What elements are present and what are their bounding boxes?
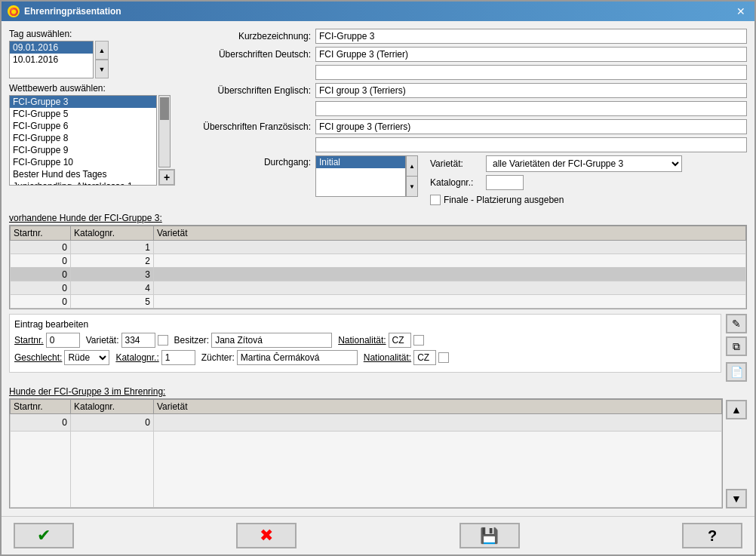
ueberschriften-franzoesisch-label: Überschriften Französisch:	[190, 121, 311, 132]
wettbewerb-item-4[interactable]: FCI-Gruppe 9	[10, 144, 156, 156]
help-icon: ?	[708, 527, 717, 545]
ueberschriften-deutsch-input2[interactable]	[315, 65, 747, 80]
date-listbox[interactable]: 09.01.2016 10.01.2016	[9, 41, 94, 78]
row2-katalognr[interactable]: 2	[71, 254, 154, 268]
wettbewerb-scrollbar[interactable]	[158, 95, 171, 167]
wettbewerb-wrapper: FCI-Gruppe 3 FCI-Gruppe 5 FCI-Gruppe 6 F…	[9, 95, 183, 186]
row5-katalognr[interactable]: 5	[71, 295, 154, 309]
wettbewerb-item-6[interactable]: Bester Hund des Tages	[10, 168, 156, 180]
ueberschriften-franzoesisch-input[interactable]	[315, 119, 747, 134]
date-item-2[interactable]: 10.01.2016	[10, 54, 93, 66]
kurzbezeichnung-label: Kurzbezeichnung:	[190, 31, 311, 41]
ueberschriften-franzoesisch-input2[interactable]	[315, 137, 747, 152]
cancel-button[interactable]: ✖	[236, 523, 297, 548]
ehrenring-row1-varietat[interactable]	[154, 414, 722, 432]
date-scroll-down[interactable]: ▼	[95, 60, 109, 78]
eintrag-wrapper: Eintrag bearbeiten Startnr. Varietät: Be…	[9, 314, 747, 382]
wettbewerb-listbox[interactable]: FCI-Gruppe 3 FCI-Gruppe 5 FCI-Gruppe 6 F…	[9, 95, 157, 186]
row4-startnr[interactable]: 0	[11, 281, 71, 295]
row2-varietat[interactable]	[154, 254, 746, 268]
edit-button[interactable]: ✎	[726, 314, 747, 333]
row5-varietat[interactable]	[154, 295, 746, 309]
ehrenring-col-startnr: Startnr.	[11, 400, 71, 414]
date-item-1[interactable]: 09.01.2016	[10, 41, 93, 54]
startnr-input[interactable]	[46, 333, 80, 348]
wettbewerb-add-button[interactable]: +	[158, 169, 175, 186]
varietat-eintrag-input[interactable]	[121, 333, 155, 348]
col-katalognr: Katalognr.	[71, 226, 154, 241]
eintrag-section: Eintrag bearbeiten Startnr. Varietät: Be…	[9, 314, 721, 373]
close-button[interactable]: ✕	[733, 5, 748, 17]
ok-icon: ✔	[37, 526, 51, 545]
katalog-input[interactable]	[486, 175, 524, 190]
kurzbezeichnung-input[interactable]	[315, 29, 747, 44]
katalognr-eintrag-input[interactable]	[161, 350, 195, 365]
wettbewerb-item-2[interactable]: FCI-Gruppe 6	[10, 120, 156, 132]
nationalitat1-checkbox[interactable]	[413, 335, 424, 346]
ehrenring-row1-katalognr[interactable]: 0	[71, 414, 154, 432]
row4-varietat[interactable]	[154, 281, 746, 295]
ueberschriften-deutsch-input[interactable]	[315, 47, 747, 62]
nationalitat2-input[interactable]	[413, 350, 436, 365]
varietat-select[interactable]: alle Varietäten der FCI-Gruppe 3	[486, 155, 682, 172]
wettbewerb-item-0[interactable]: FCI-Gruppe 3	[10, 96, 156, 108]
left-panel: Tag auswählen: 09.01.2016 10.01.2016 ▲ ▼…	[9, 29, 183, 208]
row1-varietat[interactable]	[154, 241, 746, 254]
durchgang-scroll-up[interactable]: ▲	[407, 156, 417, 177]
row3-varietat[interactable]	[154, 268, 746, 281]
ehrenring-row1-startnr[interactable]: 0	[11, 414, 71, 432]
eintrag-row1: Startnr. Varietät: Besitzer: Nationalitä…	[14, 333, 716, 348]
nationalitat1-label: Nationalität:	[338, 335, 386, 346]
durchgang-scroll-down[interactable]: ▼	[407, 177, 417, 196]
vorhandene-table-container: Startnr. Katalognr. Varietät 0 1 0	[9, 225, 747, 309]
ueberschriften-englisch-input[interactable]	[315, 83, 747, 98]
row5-startnr[interactable]: 0	[11, 295, 71, 309]
durchgang-listbox[interactable]: Initial	[315, 155, 406, 197]
nationalitat1-input[interactable]	[389, 333, 411, 348]
ehrenring-title: Hunde der FCI-Gruppe 3 im Ehrenring:	[9, 386, 747, 397]
besitzer-input[interactable]	[211, 333, 332, 348]
ueberschriften-englisch-input2[interactable]	[315, 101, 747, 116]
vorhandene-section: vorhandene Hunde der FCI-Gruppe 3: Start…	[9, 213, 747, 309]
katalog-row: Katalognr.:	[430, 175, 682, 190]
table-row: 0 1	[11, 241, 746, 254]
row3-katalognr[interactable]: 3	[71, 268, 154, 281]
ehrenring-table-wrapper: Startnr. Katalognr. Varietät 0 0	[9, 398, 747, 508]
col-varietat: Varietät	[154, 226, 746, 241]
row2-startnr[interactable]: 0	[11, 254, 71, 268]
wettbewerb-item-7[interactable]: Juniorhandling, Altersklasse 1	[10, 180, 156, 186]
save-button[interactable]: 💾	[459, 523, 520, 548]
wettbewerb-item-5[interactable]: FCI-Gruppe 10	[10, 156, 156, 168]
finale-checkbox[interactable]	[430, 195, 441, 205]
copy-button[interactable]: ⧉	[726, 336, 747, 356]
app-icon: ⭕	[8, 5, 20, 17]
help-button[interactable]: ?	[682, 523, 742, 548]
row4-katalognr[interactable]: 4	[71, 281, 154, 295]
geschlecht-select[interactable]: Rüde	[64, 350, 109, 365]
durchgang-item-initial[interactable]: Initial	[316, 156, 405, 168]
top-section: Tag auswählen: 09.01.2016 10.01.2016 ▲ ▼…	[9, 29, 747, 208]
geschlecht-label: Geschlecht:	[14, 352, 62, 363]
katalog-label: Katalognr.:	[430, 177, 483, 188]
nationalitat2-checkbox[interactable]	[438, 352, 449, 363]
date-scrollbar: ▲ ▼	[95, 41, 109, 78]
ehrenring-section: Hunde der FCI-Gruppe 3 im Ehrenring: Sta…	[9, 386, 747, 508]
ueberschriften-deutsch-label: Überschriften Deutsch:	[190, 49, 311, 60]
date-scroll-up[interactable]: ▲	[95, 41, 109, 60]
row3-startnr[interactable]: 0	[11, 268, 71, 281]
row1-startnr[interactable]: 0	[11, 241, 71, 254]
move-down-button[interactable]: ▼	[726, 489, 747, 508]
zuechter-input[interactable]	[237, 350, 358, 365]
nationalitat1-field: Nationalität:	[338, 333, 423, 348]
wettbewerb-item-1[interactable]: FCI-Gruppe 5	[10, 108, 156, 120]
ok-button[interactable]: ✔	[14, 523, 74, 548]
varietat-checkbox[interactable]	[158, 335, 168, 346]
wettbewerb-item-3[interactable]: FCI-Gruppe 8	[10, 132, 156, 144]
varietat-field: Varietät:	[86, 333, 168, 348]
katalognr-eintrag-field: Katalognr.:	[115, 350, 195, 365]
move-up-button[interactable]: ▲	[726, 400, 747, 419]
doc-button[interactable]: 📄	[726, 362, 747, 382]
row1-katalognr[interactable]: 1	[71, 241, 154, 254]
wettbewerb-label: Wettbewerb auswählen:	[9, 83, 183, 94]
zuechter-label: Züchter:	[201, 352, 235, 363]
